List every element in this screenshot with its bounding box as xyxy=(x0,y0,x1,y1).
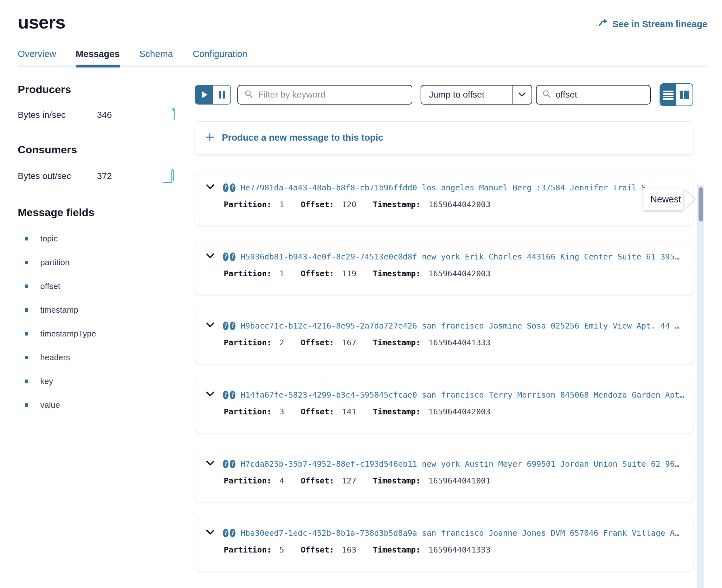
message-field-item-key[interactable]: key xyxy=(18,370,178,393)
offset-field: Offset: 127 xyxy=(301,476,356,485)
field-bullet-icon xyxy=(25,356,28,359)
partition-field: Partition: 1 xyxy=(224,200,284,209)
message-list-scrollbar[interactable] xyxy=(697,185,704,588)
timestamp-value: 1659644042003 xyxy=(424,269,491,278)
timestamp-value: 1659644042003 xyxy=(424,407,491,416)
partition-field: Partition: 1 xyxy=(224,269,284,278)
offset-label: Offset: xyxy=(301,338,334,347)
timestamp-field: Timestamp: 1659644042003 xyxy=(373,407,490,416)
page-header: users See in Stream lineage xyxy=(18,0,707,32)
partition-label: Partition: xyxy=(224,476,272,485)
see-in-stream-lineage-link[interactable]: See in Stream lineage xyxy=(596,18,707,30)
scrollbar-thumb[interactable] xyxy=(699,187,703,222)
replacement-char-icon: ? xyxy=(230,252,235,261)
message-card[interactable]: ? ? H5936db81-b943-4e0f-8c29-74513e0c0d8… xyxy=(195,242,693,295)
message-row[interactable]: ? ? H14fa67fe-5823-4299-b3c4-595845cfcae… xyxy=(206,390,685,399)
offset-label: Offset: xyxy=(301,545,334,554)
chevron-down-icon[interactable] xyxy=(206,392,214,398)
play-button[interactable] xyxy=(195,86,213,104)
message-field-item-timestamp[interactable]: timestamp xyxy=(18,298,178,322)
message-card[interactable]: ? ? He77981da-4a43-48ab-b8f8-cb71b96ffdd… xyxy=(195,173,693,226)
chevron-down-icon[interactable] xyxy=(206,322,214,329)
jump-to-offset-select[interactable]: Jump to offset xyxy=(420,85,532,105)
offset-field: Offset: 163 xyxy=(301,545,356,554)
stats-sidebar: Producers Bytes in/sec 346 Consumers Byt… xyxy=(18,67,178,417)
message-field-item-topic[interactable]: topic xyxy=(18,227,178,251)
offset-label: Offset: xyxy=(301,476,334,485)
field-bullet-icon xyxy=(25,308,28,312)
field-label: key xyxy=(40,376,53,386)
message-field-item-timestampType[interactable]: timestampType xyxy=(18,322,178,345)
partition-value: 1 xyxy=(275,200,284,209)
offset-label: Offset: xyxy=(301,269,334,278)
replacement-char-icon: ? xyxy=(223,460,228,468)
replacement-char-icon: ? xyxy=(223,391,228,399)
message-meta: Partition: 5 Offset: 163 Timestamp: 1659… xyxy=(224,545,685,554)
bytes-in-sparkline-icon xyxy=(169,106,178,124)
chevron-down-icon[interactable] xyxy=(206,184,214,191)
bytes-in-stat: Bytes in/sec 346 xyxy=(18,106,178,124)
message-field-item-headers[interactable]: headers xyxy=(18,345,178,370)
chevron-down-icon[interactable] xyxy=(206,530,214,536)
partition-field: Partition: 2 xyxy=(224,338,284,347)
replacement-char-icon: ? xyxy=(223,184,228,192)
list-view-button[interactable] xyxy=(660,84,676,105)
partition-field: Partition: 3 xyxy=(224,407,284,416)
offset-value: 119 xyxy=(337,269,356,278)
tab-messages[interactable]: Messages xyxy=(76,49,120,67)
tab-overview[interactable]: Overview xyxy=(18,49,56,67)
tab-bar: OverviewMessagesSchemaConfiguration xyxy=(18,49,707,67)
message-meta: Partition: 2 Offset: 167 Timestamp: 1659… xyxy=(224,338,685,347)
message-row[interactable]: ? ? Hba30eed7-1edc-452b-8b1a-738d3b5d8a9… xyxy=(206,528,685,538)
message-field-item-value[interactable]: value xyxy=(18,393,178,417)
field-label: offset xyxy=(40,281,60,291)
timestamp-label: Timestamp: xyxy=(373,200,420,209)
message-row[interactable]: ? ? H5936db81-b943-4e0f-8c29-74513e0c0d8… xyxy=(206,252,685,261)
chevron-down-icon[interactable] xyxy=(206,253,214,260)
messages-panel: Jump to offset xyxy=(195,67,693,571)
bytes-in-label: Bytes in/sec xyxy=(18,110,97,120)
filter-keyword-input[interactable] xyxy=(258,89,405,100)
message-field-item-offset[interactable]: offset xyxy=(18,274,178,298)
consumers-heading: Consumers xyxy=(18,144,178,156)
timestamp-field: Timestamp: 1659644041333 xyxy=(373,545,490,554)
message-row[interactable]: ? ? H9bacc71c-b12c-4216-8e95-2a7da727e42… xyxy=(206,321,685,331)
replacement-char-icon: ? xyxy=(223,252,228,261)
field-label: partition xyxy=(40,257,70,267)
search-icon xyxy=(244,90,253,100)
message-row[interactable]: ? ? He77981da-4a43-48ab-b8f8-cb71b96ffdd… xyxy=(206,183,685,192)
produce-message-button[interactable]: Produce a new message to this topic xyxy=(195,121,693,154)
chevron-down-icon[interactable] xyxy=(206,461,214,467)
replacement-char-icon: ? xyxy=(230,460,235,468)
split-columns-icon xyxy=(679,90,690,100)
timestamp-field: Timestamp: 1659644042003 xyxy=(373,200,490,209)
message-card[interactable]: ? ? H9bacc71c-b12c-4216-8e95-2a7da727e42… xyxy=(195,311,693,364)
message-key: H5936db81-b943-4e0f-8c29-74513e0c0d8f ne… xyxy=(241,252,680,261)
message-card[interactable]: ? ? H7cda825b-35b7-4952-88ef-c193d546eb1… xyxy=(195,449,693,502)
chevron-down-icon[interactable] xyxy=(513,92,532,97)
newest-position-tooltip: Newest xyxy=(643,188,694,210)
message-card[interactable]: ? ? H14fa67fe-5823-4299-b3c4-595845cfcae… xyxy=(195,380,693,433)
message-card[interactable]: ? ? Hba30eed7-1edc-452b-8b1a-738d3b5d8a9… xyxy=(195,518,693,571)
replacement-char-icon: ? xyxy=(230,321,235,330)
split-view-button[interactable] xyxy=(676,84,693,105)
tab-schema[interactable]: Schema xyxy=(140,49,173,67)
message-row[interactable]: ? ? H7cda825b-35b7-4952-88ef-c193d546eb1… xyxy=(206,459,685,468)
view-mode-toggle xyxy=(660,83,693,106)
message-fields-heading: Message fields xyxy=(18,206,178,218)
play-icon xyxy=(202,91,208,98)
partition-value: 3 xyxy=(275,407,284,416)
timestamp-field: Timestamp: 1659644042003 xyxy=(373,269,490,278)
tab-configuration[interactable]: Configuration xyxy=(193,49,248,67)
offset-input[interactable] xyxy=(555,89,644,100)
timestamp-field: Timestamp: 1659644041333 xyxy=(373,338,490,347)
bytes-in-value: 346 xyxy=(97,110,112,120)
offset-field: Offset: 120 xyxy=(301,200,356,209)
offset-value: 167 xyxy=(337,338,356,347)
message-field-item-partition[interactable]: partition xyxy=(18,251,178,274)
plus-icon xyxy=(205,132,215,144)
pause-button[interactable] xyxy=(213,86,230,104)
replacement-char-icon: ? xyxy=(230,529,235,537)
message-key: He77981da-4a43-48ab-b8f8-cb71b96ffdd0 lo… xyxy=(241,183,646,192)
message-meta: Partition: 4 Offset: 127 Timestamp: 1659… xyxy=(224,476,685,485)
